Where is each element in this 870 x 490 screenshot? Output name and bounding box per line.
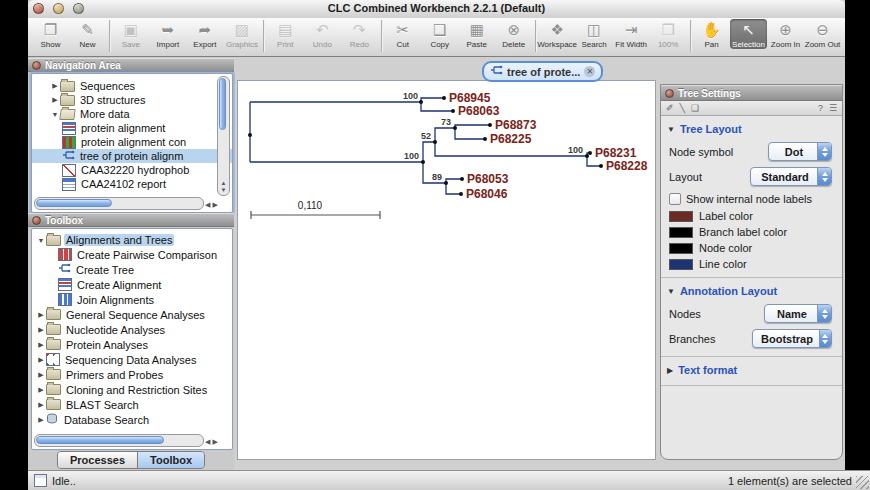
disclosure-collapsed-icon[interactable]: ▶ <box>36 341 46 349</box>
graphics-button[interactable]: ▨Graphics <box>223 19 260 49</box>
scroll-right-icon[interactable]: ▶ <box>212 438 217 446</box>
pointer-tool-icon[interactable]: ✐ <box>666 103 674 113</box>
checkbox-icon[interactable] <box>669 193 681 205</box>
toolbox-item-sequencing-data-analyses[interactable]: ▶Sequencing Data Analyses <box>32 352 232 367</box>
undo-button[interactable]: ↶Undo <box>304 19 341 49</box>
leaf-label[interactable]: P68063 <box>458 104 500 118</box>
paste-button[interactable]: ▦Paste <box>458 19 495 49</box>
document-tab[interactable]: tree of prote... ✕ <box>482 61 603 82</box>
section-text-format[interactable]: ▶ Text format <box>661 357 842 380</box>
pan-button[interactable]: ✋Pan <box>693 19 730 49</box>
label-color-row[interactable]: Label color <box>661 208 842 224</box>
scroll-arrows[interactable]: ◀▶ <box>205 436 229 447</box>
branches-select[interactable]: Bootstrap <box>752 329 832 348</box>
tab-processes[interactable]: Processes <box>58 452 137 468</box>
scrollbar-thumb[interactable] <box>219 78 226 130</box>
disclosure-collapsed-icon[interactable]: ▶ <box>36 371 46 379</box>
fit-width-button[interactable]: ⇥Fit Width <box>613 19 650 49</box>
tab-toolbox[interactable]: Toolbox <box>137 452 204 468</box>
toolbox-horizontal-scrollbar[interactable] <box>34 434 204 447</box>
show-internal-node-labels-option[interactable]: Show internal node labels <box>661 189 842 208</box>
search-button[interactable]: ◫Search <box>576 19 613 49</box>
nav-item-caa32220-hydrophobicity[interactable]: CAA32220 hydrophob <box>32 163 232 177</box>
node-color-swatch[interactable] <box>669 243 693 254</box>
toolbox-item-create-alignment[interactable]: Create Alignment <box>32 277 232 292</box>
toolbox-item-create-pairwise-comparison[interactable]: Create Pairwise Comparison <box>32 247 232 262</box>
scrollbar-thumb[interactable] <box>36 199 112 207</box>
show-button[interactable]: ❐Show <box>32 19 69 49</box>
leaf-label[interactable]: P68945 <box>449 91 491 105</box>
line-tool-icon[interactable]: ╲ <box>680 103 685 113</box>
disclosure-collapsed-icon[interactable]: ▶ <box>36 386 46 394</box>
delete-button[interactable]: ⊗Delete <box>495 19 532 49</box>
leaf-label[interactable]: P68231 <box>595 146 637 160</box>
node-symbol-select[interactable]: Dot <box>768 142 832 161</box>
layout-select[interactable]: Standard <box>750 167 832 186</box>
branch-label-color-row[interactable]: Branch label color <box>661 224 842 240</box>
preferences-list-icon[interactable]: ☰ <box>829 103 837 113</box>
zoom-in-button[interactable]: ⊕Zoom In <box>767 19 804 49</box>
zoom-100-button[interactable]: ❒100% <box>650 19 687 49</box>
scroll-left-icon[interactable]: ◀ <box>205 201 210 209</box>
toolbox-item-blast-search[interactable]: ▶BLAST Search <box>32 397 232 412</box>
import-button[interactable]: ➥Import <box>149 19 186 49</box>
disclosure-expanded-icon[interactable]: ▼ <box>667 125 675 134</box>
resize-grip[interactable] <box>856 476 869 489</box>
scroll-left-icon[interactable]: ◀ <box>205 438 210 446</box>
print-button[interactable]: ▤Print <box>267 19 304 49</box>
toolbox-item-protein-analyses[interactable]: ▶Protein Analyses <box>32 337 232 352</box>
nav-vertical-scrollbar[interactable] <box>217 76 230 196</box>
tree-settings-header[interactable]: Tree Settings <box>661 85 842 101</box>
redo-button[interactable]: ↷Redo <box>341 19 378 49</box>
branch-label-color-swatch[interactable] <box>669 227 693 238</box>
help-icon[interactable]: ? <box>818 103 823 113</box>
scrollbar-thumb[interactable] <box>36 436 164 444</box>
nav-item-more-data[interactable]: ▼More data <box>32 107 232 121</box>
line-color-swatch[interactable] <box>669 259 693 270</box>
panel-tool-icon[interactable]: ❏ <box>691 103 699 113</box>
disclosure-collapsed-icon[interactable]: ▶ <box>36 326 46 334</box>
nav-item-tree-of-protein-alignment[interactable]: tree of protein alignm <box>32 149 232 163</box>
disclosure-collapsed-icon[interactable]: ▶ <box>50 82 60 90</box>
disclosure-collapsed-icon[interactable]: ▶ <box>50 96 60 104</box>
scroll-arrows[interactable]: ▲▼ <box>218 180 229 194</box>
leaf-label[interactable]: P68225 <box>490 132 532 146</box>
toolbox-item-database-search[interactable]: ▶Database Search <box>32 412 232 427</box>
nav-item-protein-alignment[interactable]: protein alignment <box>32 121 232 135</box>
disclosure-expanded-icon[interactable]: ▼ <box>36 237 46 244</box>
disclosure-collapsed-icon[interactable]: ▶ <box>36 401 46 409</box>
cut-button[interactable]: ✂Cut <box>384 19 421 49</box>
toolbox-item-general-sequence-analyses[interactable]: ▶General Sequence Analyses <box>32 307 232 322</box>
nav-item-sequences[interactable]: ▶Sequences <box>32 79 232 93</box>
toolbox-item-join-alignments[interactable]: Join Alignments <box>32 292 232 307</box>
scroll-right-icon[interactable]: ▶ <box>212 201 217 209</box>
nav-item-3d-structures[interactable]: ▶3D structures <box>32 93 232 107</box>
line-color-row[interactable]: Line color <box>661 256 842 272</box>
nav-horizontal-scrollbar[interactable] <box>34 197 204 210</box>
toolbox-item-cloning-and-restriction-sites[interactable]: ▶Cloning and Restriction Sites <box>32 382 232 397</box>
workspace-button[interactable]: ❖Workspace <box>539 19 576 49</box>
save-button[interactable]: ▣Save <box>112 19 149 49</box>
selection-button[interactable]: ↖Selection <box>730 19 767 49</box>
leaf-label[interactable]: P68228 <box>606 159 648 173</box>
new-button[interactable]: ✎New <box>69 19 106 49</box>
scroll-arrows[interactable]: ◀▶ <box>205 199 229 210</box>
tree-view-canvas[interactable]: P68945 P68063 P68873 P68225 P68231 P6822… <box>237 80 656 460</box>
disclosure-collapsed-icon[interactable]: ▶ <box>36 356 46 364</box>
label-color-swatch[interactable] <box>669 211 693 222</box>
navigation-area-header[interactable]: Navigation Area <box>28 58 234 72</box>
toolbox-item-nucleotide-analyses[interactable]: ▶Nucleotide Analyses <box>32 322 232 337</box>
disclosure-collapsed-icon[interactable]: ▶ <box>36 416 46 424</box>
nav-item-caa24102-report[interactable]: CAA24102 report <box>32 177 232 191</box>
disclosure-collapsed-icon[interactable]: ▶ <box>667 366 673 375</box>
nav-item-protein-alignment-con[interactable]: protein alignment con <box>32 135 232 149</box>
disclosure-collapsed-icon[interactable]: ▶ <box>36 311 46 319</box>
toolbox-header[interactable]: Toolbox <box>28 213 234 227</box>
leaf-label[interactable]: P68046 <box>466 187 508 201</box>
section-annotation-layout[interactable]: ▼ Annotation Layout <box>661 278 842 301</box>
export-button[interactable]: ➦Export <box>186 19 223 49</box>
copy-button[interactable]: ❑Copy <box>421 19 458 49</box>
toolbox-item-alignments-and-trees[interactable]: ▼Alignments and Trees <box>32 233 232 247</box>
node-color-row[interactable]: Node color <box>661 240 842 256</box>
zoom-out-button[interactable]: ⊖Zoom Out <box>804 19 841 49</box>
